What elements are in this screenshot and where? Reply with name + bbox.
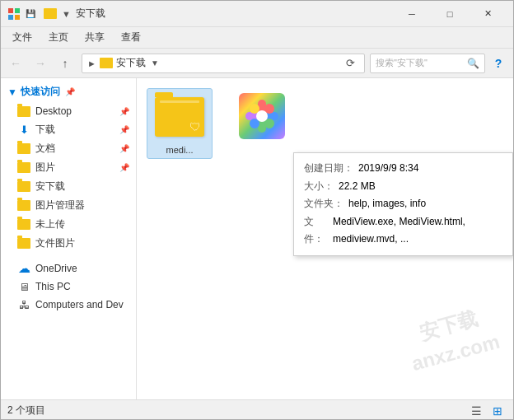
pictures-pin-icon: 📌	[119, 163, 129, 172]
window-icon	[7, 7, 21, 21]
svg-rect-2	[8, 15, 13, 20]
item-count: 2 个项目	[7, 404, 45, 418]
content-area: 🛡 medi...	[137, 78, 513, 399]
photos-flower	[245, 100, 278, 133]
sidebar-item-pictures-label: 图片	[35, 161, 114, 175]
sidebar-item-thispc-label: This PC	[35, 281, 129, 292]
photos-app-icon	[239, 93, 285, 139]
close-button[interactable]: ✕	[469, 1, 507, 27]
tooltip-date-label: 创建日期：	[304, 160, 353, 178]
computer-icon: 🖥	[19, 281, 30, 293]
svg-rect-3	[15, 15, 20, 20]
onedrive-icon: ☁	[17, 262, 30, 275]
downloads-icon: ⬇	[17, 124, 30, 137]
address-chevron: ►	[87, 58, 96, 68]
pin-icon: 📌	[65, 87, 75, 96]
list-view-button[interactable]: ☰	[467, 402, 485, 420]
tooltip-folder-row: 文件夹： help, images, info	[304, 195, 502, 213]
menu-view[interactable]: 查看	[113, 29, 149, 46]
tooltip-files-label: 文件：	[304, 213, 328, 249]
forward-button[interactable]: →	[29, 52, 52, 75]
watermark-line2: anxz.com	[408, 327, 502, 377]
sidebar-item-anxz-label: 安下载	[35, 180, 129, 194]
file-item-mediview[interactable]: 🛡 medi...	[147, 88, 213, 159]
sidebar-item-desktop-label: Desktop	[35, 105, 114, 117]
sidebar-item-onedrive[interactable]: ☁ OneDrive	[1, 259, 136, 278]
sidebar-item-documents[interactable]: 文档 📌	[1, 139, 136, 158]
sidebar-item-downloads[interactable]: ⬇ 下载 📌	[1, 120, 136, 139]
anxz-folder-icon	[17, 180, 30, 194]
onedrive-cloud-icon: ☁	[18, 261, 30, 276]
svg-rect-0	[8, 8, 13, 13]
grid-view-button[interactable]: ⊞	[488, 402, 507, 420]
watermark: 安下载 anxz.com	[401, 301, 502, 377]
files-grid: 🛡 medi...	[147, 88, 503, 159]
address-dropdown-icon[interactable]: ▼	[151, 58, 159, 68]
minimize-button[interactable]: ─	[393, 1, 431, 27]
mediview-folder-icon-large: 🛡	[155, 92, 204, 142]
tooltip-files-value: MediView.exe, MediView.html, mediview.mv…	[333, 213, 502, 249]
thispc-icon: 🖥	[17, 280, 30, 293]
sidebar-item-picmgr[interactable]: 图片管理器	[1, 196, 136, 215]
menu-home[interactable]: 主页	[40, 29, 77, 46]
sidebar-item-documents-label: 文档	[35, 142, 114, 156]
sidebar-item-computers[interactable]: 🖧 Computers and Dev	[1, 296, 136, 314]
picmgr-folder-icon	[17, 199, 30, 212]
maximize-button[interactable]: □	[431, 1, 469, 27]
up-button[interactable]: ↑	[54, 52, 77, 75]
search-placeholder: 搜索"安下载"	[376, 57, 463, 69]
desktop-folder-icon	[17, 105, 30, 118]
address-folder-icon	[100, 58, 113, 68]
search-box[interactable]: 搜索"安下载" 🔍	[370, 54, 485, 73]
title-bar-icons: 💾 ▼	[7, 7, 71, 21]
fileimages-folder-icon	[17, 237, 30, 250]
computers-icon: 🖧	[17, 298, 30, 311]
svg-rect-1	[15, 8, 20, 13]
mediview-folder-name: medi...	[166, 145, 193, 155]
menu-file[interactable]: 文件	[4, 29, 40, 46]
folder-icon-title	[44, 8, 57, 19]
tooltip-date-value: 2019/9/9 8:34	[358, 160, 418, 178]
sidebar-item-thispc[interactable]: 🖥 This PC	[1, 278, 136, 296]
tooltip-files-row: 文件： MediView.exe, MediView.html, medivie…	[304, 213, 502, 249]
window-title: 安下载	[76, 7, 393, 21]
network-icon: 🖧	[19, 299, 30, 311]
sidebar-item-notuploaded[interactable]: 未上传	[1, 215, 136, 234]
sidebar-item-desktop[interactable]: Desktop 📌	[1, 102, 136, 120]
address-bar[interactable]: ► 安下载 ▼ ⟳	[82, 54, 365, 73]
pictures-folder-icon	[17, 161, 30, 175]
menu-bar: 文件 主页 共享 查看	[1, 27, 513, 49]
watermark-line1: 安下载	[401, 301, 495, 351]
menu-share[interactable]: 共享	[77, 29, 113, 46]
sidebar-item-computers-label: Computers and Dev	[35, 299, 129, 310]
toolbar: ← → ↑ ► 安下载 ▼ ⟳ 搜索"安下载" 🔍 ?	[1, 49, 513, 78]
download-arrow-icon: ⬇	[20, 124, 29, 136]
save-icon: 💾	[24, 7, 37, 21]
tooltip-size-row: 大小： 22.2 MB	[304, 178, 502, 196]
file-tooltip: 创建日期： 2019/9/9 8:34 大小： 22.2 MB 文件夹： hel…	[293, 152, 513, 256]
desktop-pin-icon: 📌	[119, 107, 129, 116]
file-item-photos[interactable]	[229, 88, 295, 159]
sidebar-item-picmgr-label: 图片管理器	[35, 198, 129, 212]
folder-shield-icon: 🛡	[189, 120, 201, 133]
sidebar: ▼ 快速访问 📌 Desktop 📌 ⬇ 下载 📌 文档 📌	[1, 78, 137, 399]
sidebar-item-onedrive-label: OneDrive	[35, 263, 129, 274]
help-button[interactable]: ?	[487, 52, 510, 75]
downloads-pin-icon: 📌	[119, 125, 129, 134]
search-icon[interactable]: 🔍	[466, 57, 479, 70]
sidebar-separator	[1, 253, 136, 259]
photos-icon-large	[237, 91, 287, 141]
tooltip-size-value: 22.2 MB	[339, 178, 376, 196]
sidebar-item-pictures[interactable]: 图片 📌	[1, 158, 136, 177]
sidebar-item-fileimages[interactable]: 文件图片	[1, 234, 136, 253]
back-button[interactable]: ←	[4, 52, 27, 75]
documents-pin-icon: 📌	[119, 144, 129, 153]
main-layout: ▼ 快速访问 📌 Desktop 📌 ⬇ 下载 📌 文档 📌	[1, 78, 513, 399]
view-controls: ☰ ⊞	[467, 402, 507, 420]
quick-access-header[interactable]: ▼ 快速访问 📌	[1, 82, 136, 102]
petal-center	[256, 110, 268, 122]
sidebar-item-anxz[interactable]: 安下载	[1, 177, 136, 196]
quick-access-label: 快速访问	[21, 85, 60, 99]
sidebar-item-notuploaded-label: 未上传	[35, 217, 129, 231]
refresh-button[interactable]: ⟳	[341, 54, 359, 72]
